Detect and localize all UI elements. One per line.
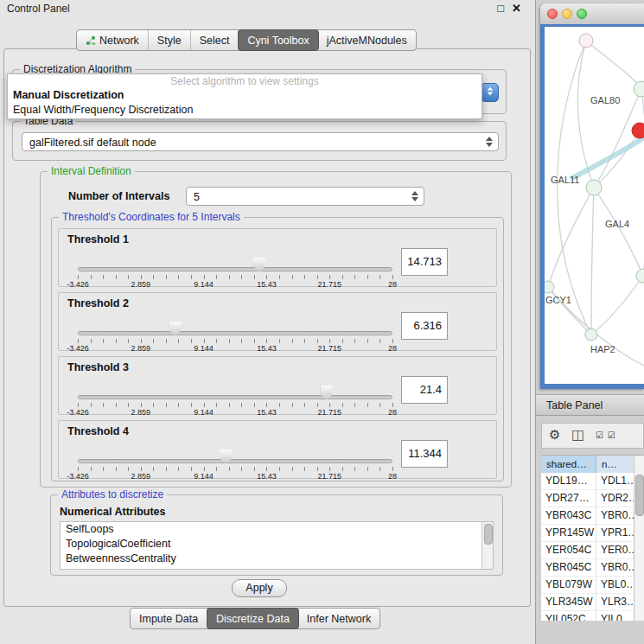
table-row[interactable]: YIL052CYIL0… [541,611,634,621]
scrollbar-thumb[interactable] [484,524,493,545]
up-arrow-icon [487,87,492,91]
node-attribute-table: shared… n… YDL19…YDL1…YDR27…YDR2…YBR043C… [541,455,644,621]
table-cell-name[interactable]: YLR3… [596,594,634,610]
table-cell-name[interactable]: YER0… [596,542,634,558]
table-cell-shared-name[interactable]: YER054C [541,542,596,558]
attribute-list-item[interactable]: TopologicalCoefficient [61,537,493,552]
network-node[interactable] [586,180,602,195]
table-row[interactable]: YER054CYER0… [541,542,634,559]
dropdown-option-manual[interactable]: Manual Discretization [8,88,481,103]
table-cell-name[interactable]: YBL0… [596,577,634,593]
table-cell-shared-name[interactable]: YBL079W [541,577,596,593]
table-toolbar: ⚙ ◫ ☑ ☑ [541,423,644,449]
tab-label: Cyni Toolbox [247,35,309,47]
column-header-name[interactable]: n… [596,456,634,473]
threshold-value-field[interactable]: 14.713 [401,248,448,276]
slider-ticks [78,467,393,471]
slider-track[interactable] [78,459,392,463]
table-row[interactable]: YPR145WYPR1… [541,525,634,542]
slider-ticks [78,275,393,279]
slider-track[interactable] [78,395,392,399]
float-window-icon[interactable]: □ [497,2,504,15]
table-row[interactable]: YBR043CYBR0… [541,507,634,525]
scale-tick-label: -3.426 [67,280,89,289]
zoom-traffic-light-icon[interactable] [577,9,587,19]
table-cell-shared-name[interactable]: YLR345W [541,594,596,610]
dropdown-option-equal-width[interactable]: Equal Width/Frequency Discretization [8,103,481,117]
group-label: Threshold's Coordinates for 5 Intervals [59,211,244,223]
table-row[interactable]: YLR345WYLR3… [541,594,634,611]
threshold-value-field[interactable]: 21.4 [401,376,448,404]
tab-label: Impute Data [139,613,198,625]
table-cell-shared-name[interactable]: YIL052C [541,611,596,621]
column-header-shared-name[interactable]: shared… [541,456,596,473]
table-cell-name[interactable]: YIL0… [596,611,634,621]
list-scrollbar[interactable] [481,522,493,569]
scrollbar-thumb[interactable] [635,475,644,516]
table-cell-name[interactable]: YPR1… [596,525,634,541]
table-cell-shared-name[interactable]: YDR27… [541,490,596,507]
threshold-box-3: Threshold 3-3.4262.8599.14415.4321.71528… [58,356,497,415]
slider-track[interactable] [78,331,392,335]
table-data-group: Table Data galFiltered.sif default node [12,121,507,161]
table-scrollbar[interactable] [634,456,644,621]
close-traffic-light-icon[interactable] [547,9,558,19]
network-node-selected[interactable] [632,123,644,138]
attributes-group: Attributes to discretize Numerical Attri… [50,494,503,576]
tab-style[interactable]: Style [149,30,191,50]
tab-discretize-data[interactable]: Discretize Data [207,608,299,629]
tab-network[interactable]: Network [77,30,149,50]
algorithm-combo-stepper[interactable] [481,83,499,102]
table-row[interactable]: YDL19…YDL1… [541,473,634,490]
bottom-tab-bar: Impute DataDiscretize DataInfer Network [130,608,380,629]
tab-cyni-toolbox[interactable]: Cyni Toolbox [238,29,318,51]
threshold-value-field[interactable]: 6.316 [401,312,448,340]
table-row[interactable]: YDR27…YDR2… [541,490,634,507]
slider-track[interactable] [78,267,392,271]
close-icon[interactable]: ✕ [512,2,521,15]
table-cell-shared-name[interactable]: YPR145W [541,525,596,541]
attribute-list-item[interactable]: SelfLoops [61,522,493,537]
table-cell-shared-name[interactable]: YDL19… [541,473,596,489]
checkbox-icons[interactable]: ☑ ☑ [596,430,616,440]
table-row[interactable]: YBL079WYBL0… [541,577,634,594]
attributes-list[interactable]: SelfLoopsTopologicalCoefficientBetweenne… [60,521,494,570]
attribute-list-item[interactable]: BetweennessCentrality [61,552,493,566]
tab-label: Network [99,35,139,47]
network-window-titlebar[interactable] [540,3,644,25]
network-view-window[interactable]: GAL80 GAL11 GAL4 GCY1 HAP2 [540,3,644,389]
table-cell-name[interactable]: YDL1… [596,473,634,489]
combo-value: 5 [194,188,200,207]
scale-tick-label: 9.144 [194,408,214,417]
gear-icon[interactable]: ⚙ [549,427,560,443]
table-cell-name[interactable]: YBR0… [596,559,634,576]
columns-icon[interactable]: ◫ [571,426,584,443]
table-row[interactable]: YBR045CYBR0… [541,559,634,577]
table-cell-shared-name[interactable]: YBR045C [541,559,596,576]
tab-impute-data[interactable]: Impute Data [131,609,207,628]
tab-label: Discretize Data [216,613,290,625]
network-node[interactable] [636,269,644,283]
table-cell-name[interactable]: YDR2… [596,490,634,507]
slider-scale: -3.4262.8599.14415.4321.71528 [78,280,392,289]
network-node[interactable] [585,328,597,341]
tab-jactivemnodules[interactable]: jActiveMNodules [318,30,416,50]
node-label: GAL4 [605,219,629,229]
combo-value: galFiltered.sif default node [29,133,156,152]
threshold-value-field[interactable]: 11.344 [401,440,448,468]
network-node[interactable] [545,281,554,293]
table-header-row: shared… n… [541,456,634,473]
minimize-traffic-light-icon[interactable] [562,9,572,19]
table-cell-name[interactable]: YBR0… [596,507,634,524]
tab-select[interactable]: Select [191,30,239,50]
network-canvas[interactable]: GAL80 GAL11 GAL4 GCY1 HAP2 [545,27,644,384]
scale-tick-label: 21.715 [317,408,341,417]
tab-infer-network[interactable]: Infer Network [298,609,379,628]
network-node[interactable] [634,81,644,97]
table-cell-shared-name[interactable]: YBR043C [541,507,596,524]
number-of-intervals-combo[interactable]: 5 [186,187,424,206]
network-node[interactable] [579,34,593,48]
scale-tick-label: 9.144 [194,280,214,289]
apply-button[interactable]: Apply [232,579,287,597]
table-data-combo[interactable]: galFiltered.sif default node [22,132,499,151]
